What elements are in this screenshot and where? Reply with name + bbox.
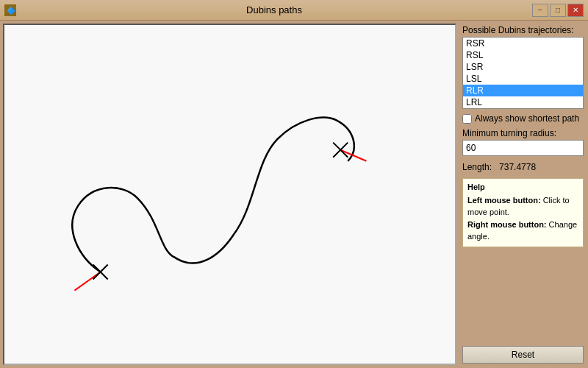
shortest-path-label: Always show shortest path <box>475 113 579 124</box>
help-title: Help <box>467 182 578 193</box>
app-icon: 🔷 <box>4 4 16 16</box>
minimize-button[interactable]: − <box>532 4 548 17</box>
window-title: Dubins paths <box>16 4 532 15</box>
length-row: Length: 737.4778 <box>462 160 584 174</box>
reset-button[interactable]: Reset <box>462 346 584 364</box>
min-turning-section: Minimum turning radius: <box>462 128 584 156</box>
left-button-label: Left mouse button: <box>467 196 541 205</box>
help-line-right: Right mouse button: Change angle. <box>467 219 578 242</box>
length-label: Length: <box>462 162 492 172</box>
right-panel: Possible Dubins trajectories: RSR RSL LS… <box>459 21 588 368</box>
svg-line-2 <box>74 272 100 291</box>
help-line-left: Left mouse button: Click to move point. <box>467 195 578 218</box>
window-controls: − □ ✕ <box>532 4 584 17</box>
shortest-path-checkbox[interactable] <box>462 114 472 124</box>
right-button-label: Right mouse button: <box>467 220 547 229</box>
trajectory-label: Possible Dubins trajectories: <box>462 25 584 35</box>
trajectory-item-rsl[interactable]: RSL <box>463 49 583 61</box>
min-turning-label: Minimum turning radius: <box>462 128 584 138</box>
shortest-path-row: Always show shortest path <box>462 113 584 124</box>
help-box: Help Left mouse button: Click to move po… <box>462 178 584 247</box>
trajectory-item-rsr[interactable]: RSR <box>463 38 583 49</box>
main-area: Possible Dubins trajectories: RSR RSL LS… <box>0 21 588 368</box>
canvas-area[interactable] <box>3 24 456 365</box>
trajectory-list: RSR RSL LSR LSL RLR LRL <box>462 37 584 109</box>
trajectory-item-rlr[interactable]: RLR <box>463 85 583 96</box>
restore-button[interactable]: □ <box>550 4 566 17</box>
title-bar: 🔷 Dubins paths − □ ✕ <box>0 0 588 21</box>
trajectory-section: Possible Dubins trajectories: RSR RSL LS… <box>462 25 584 109</box>
close-button[interactable]: ✕ <box>567 4 584 17</box>
length-value: 737.4778 <box>499 162 536 172</box>
trajectory-item-lsr[interactable]: LSR <box>463 61 583 73</box>
trajectory-item-lsl[interactable]: LSL <box>463 73 583 85</box>
min-turning-input[interactable] <box>462 140 584 156</box>
svg-text:🔷: 🔷 <box>7 6 15 15</box>
dubins-canvas <box>4 25 455 364</box>
trajectory-item-lrl[interactable]: LRL <box>463 96 583 108</box>
